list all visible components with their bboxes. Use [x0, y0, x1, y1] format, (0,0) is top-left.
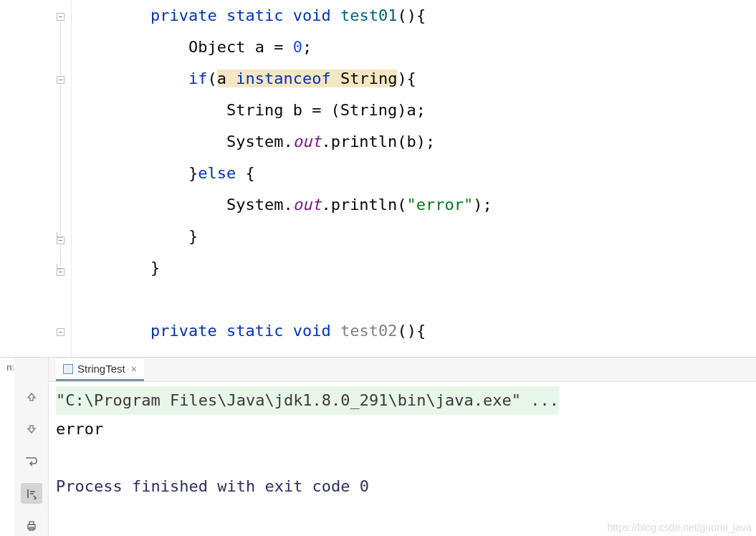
arrow-up-icon[interactable]	[21, 386, 42, 407]
console-command-line: "C:\Program Files\Java\jdk1.8.0_291\bin\…	[56, 386, 559, 415]
watermark-text: https://blog.csdn.net/guorui_java	[607, 522, 752, 533]
tab-label: StringTest	[77, 363, 125, 375]
scroll-to-end-icon[interactable]	[21, 483, 42, 504]
fold-close-icon[interactable]	[57, 268, 64, 276]
code-line[interactable]: }else {	[75, 158, 756, 189]
code-line[interactable]: Object a = 0;	[75, 32, 756, 63]
fold-close-icon[interactable]	[57, 236, 64, 244]
console-stdout-line: error	[56, 415, 749, 444]
code-line[interactable]: }	[75, 221, 756, 252]
print-icon[interactable]	[21, 515, 42, 536]
run-label: n:	[0, 358, 14, 536]
console-exit-line: Process finished with exit code 0	[56, 472, 749, 501]
fold-open-icon[interactable]	[57, 76, 64, 84]
fold-open-icon[interactable]	[57, 13, 64, 21]
close-icon[interactable]: ×	[131, 363, 137, 375]
code-line[interactable]: private static void test01(){	[75, 0, 756, 32]
console-output[interactable]: "C:\Program Files\Java\jdk1.8.0_291\bin\…	[49, 382, 756, 536]
code-line[interactable]: System.out.println(b);	[75, 126, 756, 158]
code-line[interactable]	[75, 284, 756, 315]
code-line[interactable]: private static void test02(){	[75, 315, 756, 347]
code-line[interactable]: if(a instanceof String){	[75, 63, 756, 95]
code-line[interactable]: }	[75, 252, 756, 284]
run-tab-stringtest[interactable]: StringTest ×	[56, 358, 144, 381]
code-line[interactable]: System.out.println("error");	[75, 189, 756, 221]
run-tab-bar: StringTest ×	[49, 358, 756, 382]
editor-gutter	[0, 0, 72, 357]
fold-open-icon[interactable]	[57, 328, 64, 336]
code-line[interactable]: String b = (String)a;	[75, 95, 756, 126]
console-area: StringTest × "C:\Program Files\Java\jdk1…	[49, 358, 756, 536]
arrow-down-icon[interactable]	[21, 418, 42, 439]
code-area[interactable]: private static void test01(){ Object a =…	[72, 0, 756, 357]
soft-wrap-icon[interactable]	[21, 451, 42, 472]
svg-rect-1	[29, 522, 34, 525]
run-panel: n: StringTest × "C:\Program Files\Java\j…	[0, 357, 756, 536]
run-toolbar	[14, 358, 49, 536]
run-config-icon	[63, 364, 73, 374]
code-editor[interactable]: private static void test01(){ Object a =…	[0, 0, 756, 357]
